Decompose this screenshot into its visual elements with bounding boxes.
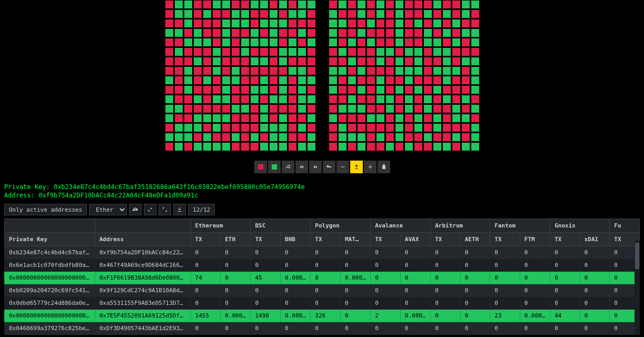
- bit-cell[interactable]: [357, 85, 366, 94]
- bit-cell[interactable]: [279, 57, 288, 66]
- bit-cell[interactable]: [241, 95, 250, 104]
- bit-cell[interactable]: [288, 19, 297, 28]
- column-header[interactable]: AETH: [460, 233, 490, 246]
- bit-cell[interactable]: [404, 76, 413, 85]
- bit-cell[interactable]: [338, 104, 347, 113]
- bit-cell[interactable]: [471, 28, 480, 37]
- bit-cell[interactable]: [414, 47, 423, 56]
- bit-cell[interactable]: [298, 133, 306, 142]
- bit-cell[interactable]: [174, 85, 183, 94]
- bit-cell[interactable]: [376, 47, 385, 56]
- bit-cell[interactable]: [461, 114, 470, 123]
- bit-cell[interactable]: [279, 95, 288, 104]
- bit-cell[interactable]: [250, 9, 259, 18]
- bit-cell[interactable]: [184, 95, 193, 104]
- bit-cell[interactable]: [452, 76, 461, 85]
- bit-cell[interactable]: [414, 95, 423, 104]
- bit-cell[interactable]: [193, 28, 202, 37]
- bit-cell[interactable]: [442, 19, 451, 28]
- bit-cell[interactable]: [165, 85, 174, 94]
- bit-cell[interactable]: [348, 85, 356, 94]
- bit-cell[interactable]: [165, 104, 174, 113]
- bit-cell[interactable]: [385, 66, 394, 75]
- bit-cell[interactable]: [423, 47, 432, 56]
- maximize-button[interactable]: [158, 204, 171, 215]
- bit-cell[interactable]: [366, 133, 375, 142]
- bit-cell[interactable]: [461, 133, 470, 142]
- bit-cell[interactable]: [269, 133, 278, 142]
- bit-cell[interactable]: [357, 28, 366, 37]
- table-row[interactable]: 0x00000000000000000000000…0xF1F6619B38A9…: [5, 272, 640, 284]
- bit-cell[interactable]: [307, 142, 316, 151]
- bit-cell[interactable]: [288, 9, 297, 18]
- bit-cell[interactable]: [471, 66, 480, 75]
- bit-cell[interactable]: [193, 142, 202, 151]
- bit-cell[interactable]: [423, 28, 432, 37]
- bit-cell[interactable]: [307, 133, 316, 142]
- bit-cell[interactable]: [471, 57, 480, 66]
- bit-cell[interactable]: [269, 28, 278, 37]
- minus-button[interactable]: [336, 161, 349, 173]
- bit-cell[interactable]: [366, 114, 375, 123]
- bit-cell[interactable]: [279, 47, 288, 56]
- bit-cell[interactable]: [404, 47, 413, 56]
- bit-cell[interactable]: [165, 95, 174, 104]
- bit-cell[interactable]: [385, 9, 394, 18]
- bit-cell[interactable]: [174, 9, 183, 18]
- bit-cell[interactable]: [212, 28, 221, 37]
- bit-cell[interactable]: [471, 123, 480, 132]
- bit-cell[interactable]: [433, 114, 442, 123]
- bit-cell[interactable]: [461, 38, 470, 47]
- bit-cell[interactable]: [193, 76, 202, 85]
- bit-cell[interactable]: [414, 66, 423, 75]
- bit-cell[interactable]: [423, 76, 432, 85]
- bit-cell[interactable]: [269, 85, 278, 94]
- prev-button[interactable]: [295, 161, 308, 173]
- plus-button[interactable]: [364, 161, 377, 173]
- bit-cell[interactable]: [471, 95, 480, 104]
- bit-cell[interactable]: [433, 123, 442, 132]
- bit-cell[interactable]: [288, 47, 297, 56]
- bit-cell[interactable]: [193, 66, 202, 75]
- column-header[interactable]: TX: [371, 233, 401, 246]
- bit-cell[interactable]: [250, 95, 259, 104]
- bit-cell[interactable]: [174, 0, 183, 9]
- bit-cell[interactable]: [348, 133, 356, 142]
- bit-cell[interactable]: [376, 123, 385, 132]
- bit-cell[interactable]: [174, 123, 183, 132]
- bit-cell[interactable]: [452, 0, 461, 9]
- bit-cell[interactable]: [174, 104, 183, 113]
- bit-cell[interactable]: [212, 95, 221, 104]
- bit-cell[interactable]: [385, 19, 394, 28]
- bit-cell[interactable]: [357, 95, 366, 104]
- bit-cell[interactable]: [222, 0, 231, 9]
- bit-cell[interactable]: [260, 123, 269, 132]
- bit-cell[interactable]: [366, 66, 375, 75]
- bit-cell[interactable]: [329, 114, 338, 123]
- bit-cell[interactable]: [329, 38, 338, 47]
- bit-cell[interactable]: [348, 123, 356, 132]
- bit-cell[interactable]: [260, 114, 269, 123]
- bit-cell[interactable]: [348, 95, 356, 104]
- bit-cell[interactable]: [184, 47, 193, 56]
- bit-cell[interactable]: [260, 9, 269, 18]
- bit-cell[interactable]: [307, 76, 316, 85]
- bit-cell[interactable]: [461, 66, 470, 75]
- bit-cell[interactable]: [269, 76, 278, 85]
- bit-cell[interactable]: [329, 85, 338, 94]
- bit-cell[interactable]: [193, 104, 202, 113]
- bit-cell[interactable]: [165, 123, 174, 132]
- bit-cell[interactable]: [184, 133, 193, 142]
- bit-cell[interactable]: [423, 133, 432, 142]
- bit-cell[interactable]: [348, 9, 356, 18]
- bit-cell[interactable]: [348, 104, 356, 113]
- column-header[interactable]: Address: [95, 233, 191, 246]
- bit-cell[interactable]: [348, 57, 356, 66]
- bit-cell[interactable]: [269, 95, 278, 104]
- bit-cell[interactable]: [269, 47, 278, 56]
- bit-cell[interactable]: [212, 76, 221, 85]
- bit-cell[interactable]: [212, 66, 221, 75]
- bit-cell[interactable]: [288, 133, 297, 142]
- bit-cell[interactable]: [298, 95, 306, 104]
- bit-cell[interactable]: [250, 28, 259, 37]
